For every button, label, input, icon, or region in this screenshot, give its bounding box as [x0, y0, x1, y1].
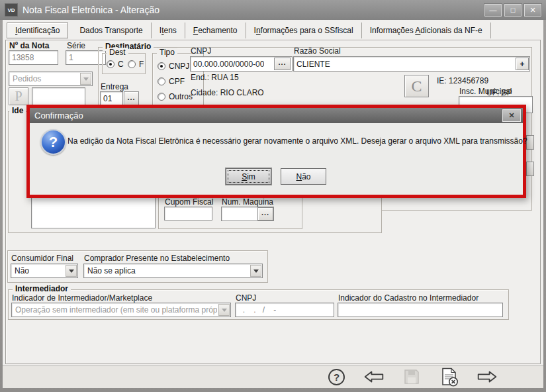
indicador-cadastro-field[interactable]: [338, 303, 503, 317]
parcelas-button: P: [9, 87, 28, 105]
app-icon: VD: [5, 3, 18, 17]
insc-municipal-label: Insc. Municipal: [459, 87, 512, 96]
dialog-title-bar: Confirmação: [30, 108, 523, 123]
radio-icon: [158, 77, 165, 85]
razao-expand-button[interactable]: +: [516, 58, 529, 70]
cnpj-label: CNPJ: [191, 46, 211, 56]
close-button[interactable]: ✕: [524, 4, 541, 17]
cupom-fiscal-field[interactable]: [164, 207, 212, 220]
dialog-title: Confirmação: [34, 111, 83, 121]
tab-informacoes-adicionais-nfe[interactable]: Informações Adicionais da NF-e: [362, 23, 491, 38]
numero-nota-label: Nº da Nota: [9, 41, 49, 50]
save-icon: [401, 367, 422, 387]
cancel-document-icon[interactable]: [439, 367, 460, 387]
indicador-cadastro-label: Indicador do Cadastro no Intermediador: [338, 293, 478, 303]
tab-dados-transporte[interactable]: Dados Transporte: [71, 23, 151, 38]
tipo-radio-outros[interactable]: Outros: [158, 92, 193, 101]
dest-radio-f[interactable]: F: [128, 60, 144, 69]
num-maquina-ellipsis-button[interactable]: ...: [257, 207, 273, 220]
intermediador-cnpj-field[interactable]: . . / -: [235, 303, 334, 317]
app-window: VD Nota Fiscal Eletrônica - Alteração — …: [0, 0, 546, 392]
confirmation-dialog: Confirmação ✕ ? Na edição da Nota Fiscal…: [26, 105, 526, 198]
pedidos-select: Pedidos: [9, 72, 93, 86]
tab-fechamento[interactable]: Fechamento: [185, 23, 246, 38]
ie-text: IE: 123456789: [437, 76, 488, 85]
intermediador-cnpj-label: CNPJ: [236, 293, 256, 303]
radio-icon: [158, 93, 165, 101]
radio-icon: [158, 62, 165, 70]
comprador-presente-label: Comprador Presente no Estabelecimento: [84, 254, 230, 263]
dest-radio-c[interactable]: C: [107, 60, 124, 69]
entrega-label: Entrega: [101, 82, 128, 91]
razao-social-label: Razão Social: [294, 46, 341, 56]
comprador-presente-select[interactable]: Não se aplica: [83, 264, 263, 278]
tab-strip: Identificação Dados Transporte Itens Fec…: [7, 23, 491, 38]
num-maquina-label: Num. Maquina: [222, 197, 273, 207]
tipo-radio-cnpj[interactable]: CNPJ: [158, 62, 189, 71]
dialog-message: Na edição da Nota Fiscal Eletrônica é ne…: [68, 136, 527, 146]
chevron-down-icon: [66, 265, 77, 277]
maximize-button[interactable]: □: [504, 4, 522, 17]
chevron-down-icon: [250, 265, 261, 277]
tab-informacoes-ssfiscal[interactable]: Informações para o SSfiscal: [246, 23, 362, 38]
serie-label: Série: [67, 41, 85, 50]
consulta-cadastro-button[interactable]: C: [404, 75, 429, 97]
endereco-text: End.: RUA 15: [191, 73, 239, 82]
radio-icon: [128, 60, 136, 68]
entrega-field[interactable]: 01: [100, 91, 123, 106]
toolbar-icons: ?: [326, 367, 498, 387]
dialog-close-button[interactable]: ✕: [502, 109, 521, 122]
cnpj-ellipsis-button[interactable]: ...: [274, 58, 291, 70]
back-arrow-icon[interactable]: [363, 367, 385, 387]
tipo-radio-cpf[interactable]: CPF: [158, 77, 185, 86]
cupom-fiscal-label: Cupom Fiscal: [165, 197, 213, 207]
razao-social-field[interactable]: CLIENTE: [293, 56, 530, 72]
radio-icon: [107, 60, 114, 68]
svg-text:?: ?: [333, 371, 339, 383]
nao-button[interactable]: Não: [281, 168, 326, 185]
entrega-ellipsis-button[interactable]: ...: [124, 91, 139, 106]
chevron-down-icon: [80, 73, 91, 85]
numero-nota-field: 13858: [9, 50, 58, 65]
chevron-down-icon: [218, 304, 230, 316]
tab-itens[interactable]: Itens: [152, 23, 185, 38]
consumidor-final-label: Consumidor Final: [11, 254, 73, 263]
forward-arrow-icon[interactable]: [477, 367, 498, 387]
help-icon[interactable]: ?: [326, 367, 347, 387]
sim-button[interactable]: Sim: [226, 168, 271, 185]
consumidor-final-select[interactable]: Não: [11, 264, 78, 278]
cidade-text: Cidade: RIO CLARO: [191, 88, 264, 97]
indicador-intermediador-select: Operação sem intermediador (em site ou p…: [11, 303, 231, 317]
question-icon: ?: [40, 129, 66, 155]
tab-identificacao[interactable]: Identificação: [7, 23, 68, 38]
title-bar: VD Nota Fiscal Eletrônica - Alteração — …: [0, 0, 546, 20]
minimize-button[interactable]: —: [484, 4, 502, 17]
pedido-numero-field[interactable]: [32, 87, 85, 105]
indicador-intermediador-label: Indicador de Intermediador/Marketplace: [12, 293, 152, 303]
hidden-button-stub: [526, 162, 534, 176]
window-title: Nota Fiscal Eletrônica - Alteração: [23, 5, 482, 15]
